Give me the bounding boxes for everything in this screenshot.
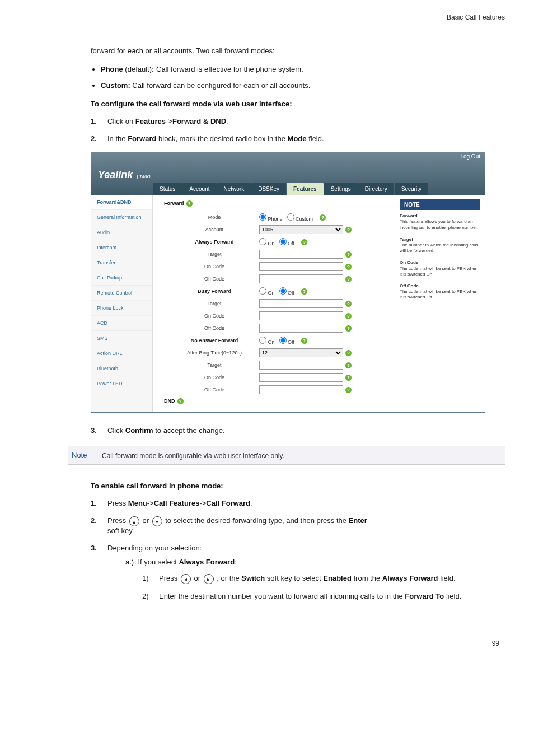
label-busy-forward: Busy Forward bbox=[170, 288, 259, 294]
label-offcode: Off Code bbox=[170, 276, 259, 282]
help-icon[interactable]: ? bbox=[301, 288, 307, 295]
label-always-forward: Always Forward bbox=[170, 239, 259, 245]
note-forward-t: This feature allows you to forward an in… bbox=[400, 219, 478, 230]
intro-bullet: Phone (default): Call forward is effecti… bbox=[101, 65, 499, 73]
mode-radio-phone[interactable]: Phone bbox=[259, 213, 283, 222]
bf-on[interactable]: On bbox=[259, 287, 275, 296]
configure-step-3: Click Confirm to accept the change. bbox=[91, 426, 499, 435]
help-icon[interactable]: ? bbox=[301, 239, 307, 245]
note-oncode-t: The code that will be sent to PBX when i… bbox=[400, 266, 477, 277]
form-area: Forward? Mode Phone Custom ? Account1005… bbox=[153, 195, 395, 412]
help-icon[interactable]: ? bbox=[345, 301, 352, 307]
tab-account[interactable]: Account bbox=[182, 183, 216, 195]
help-icon[interactable]: ? bbox=[177, 398, 184, 404]
help-icon[interactable]: ? bbox=[320, 214, 326, 221]
help-icon[interactable]: ? bbox=[345, 375, 352, 381]
intro-lead: forward for each or all accounts. Two ca… bbox=[91, 46, 499, 55]
configure-title: To configure the call forward mode via w… bbox=[91, 100, 499, 108]
nf-on[interactable]: On bbox=[259, 337, 275, 345]
tab-dsskey[interactable]: DSSKey bbox=[251, 183, 286, 195]
bf-oncode-input[interactable] bbox=[259, 311, 343, 320]
sidebar-item-transfer[interactable]: Transfer bbox=[91, 255, 152, 270]
after-ring-select[interactable]: 12 bbox=[259, 348, 343, 357]
enable-step-3a2: 2)Enter the destination number you want … bbox=[142, 592, 461, 600]
nf-offcode-input[interactable] bbox=[259, 385, 343, 394]
help-icon[interactable]: ? bbox=[301, 338, 307, 344]
nf-oncode-input[interactable] bbox=[259, 373, 343, 382]
help-icon[interactable]: ? bbox=[345, 276, 352, 282]
sidebar-item-bluetooth[interactable]: Bluetooth bbox=[91, 361, 152, 376]
mode-radio-custom[interactable]: Custom bbox=[287, 213, 313, 222]
help-icon[interactable]: ? bbox=[345, 264, 352, 270]
note-oncode-h: On Code bbox=[400, 260, 418, 265]
enable-step-3a: a.) If you select Always Forward: bbox=[125, 558, 461, 566]
sidebar-item-audio[interactable]: Audio bbox=[91, 225, 152, 240]
label-target: Target bbox=[170, 251, 259, 257]
sidebar-item-phonelock[interactable]: Phone Lock bbox=[91, 301, 152, 316]
intro-bullet: Custom: Call forward can be configured f… bbox=[101, 81, 499, 90]
note-forward-h: Forward bbox=[400, 213, 418, 218]
af-offcode-input[interactable] bbox=[259, 274, 343, 283]
af-oncode-input[interactable] bbox=[259, 262, 343, 271]
brand-logo: Yealink | T46G bbox=[98, 169, 151, 181]
note-callout-label: Note bbox=[68, 451, 102, 459]
sidebar-item-forward-dnd[interactable]: Forward&DND bbox=[91, 195, 152, 210]
group-forward: Forward? bbox=[164, 200, 393, 207]
note-callout: Note Call forward mode is configurable v… bbox=[68, 446, 505, 465]
tab-directory[interactable]: Directory bbox=[358, 183, 394, 195]
af-on[interactable]: On bbox=[259, 238, 275, 246]
note-offcode-t: The code that will be sent to PBX when i… bbox=[400, 289, 477, 300]
account-select[interactable]: 1005 bbox=[259, 225, 343, 234]
sidebar-item-remote[interactable]: Remote Control bbox=[91, 286, 152, 301]
group-dnd: DND? bbox=[164, 398, 393, 404]
sidebar-item-callpickup[interactable]: Call Pickup bbox=[91, 270, 152, 286]
enable-step-1: Press Menu->Call Features->Call Forward. bbox=[91, 499, 499, 507]
top-tabs: Status Account Network DSSKey Features S… bbox=[153, 183, 428, 195]
nf-target-input[interactable] bbox=[259, 361, 343, 370]
mode-radio-group: Phone Custom ? bbox=[259, 213, 354, 222]
enable-step-3: Depending on your selection: a.) If you … bbox=[91, 544, 499, 608]
tab-settings[interactable]: Settings bbox=[324, 183, 358, 195]
sidebar-item-sms[interactable]: SMS bbox=[91, 331, 152, 346]
configure-step-1: Click on Features->Forward & DND. bbox=[91, 117, 499, 125]
sidebar-item-acd[interactable]: ACD bbox=[91, 316, 152, 331]
nf-off[interactable]: Off bbox=[279, 337, 294, 345]
note-callout-body: Call forward mode is configurable via we… bbox=[102, 451, 499, 460]
bullet-rest: Call forward is effective for the phone … bbox=[154, 65, 303, 73]
note-target-h: Target bbox=[400, 237, 413, 242]
label-oncode: On Code bbox=[170, 264, 259, 269]
tab-features[interactable]: Features bbox=[287, 183, 324, 195]
label-account: Account bbox=[170, 227, 259, 232]
sidebar-item-intercom[interactable]: Intercom bbox=[91, 240, 152, 255]
help-icon[interactable]: ? bbox=[345, 350, 352, 356]
help-icon[interactable]: ? bbox=[345, 325, 352, 332]
af-off[interactable]: Off bbox=[279, 238, 294, 246]
note-panel: NOTE Forward This feature allows you to … bbox=[395, 195, 485, 412]
af-target-input[interactable] bbox=[259, 250, 343, 259]
note-offcode-h: Off Code bbox=[400, 283, 419, 288]
label-noanswer-forward: No Answer Forward bbox=[170, 338, 259, 343]
logout-link[interactable]: Log Out bbox=[460, 153, 480, 160]
bf-offcode-input[interactable] bbox=[259, 324, 343, 333]
tab-network[interactable]: Network bbox=[217, 183, 251, 195]
bf-off[interactable]: Off bbox=[279, 287, 294, 296]
configure-step-2: In the Forward block, mark the desired r… bbox=[91, 134, 499, 143]
sidebar-item-actionurl[interactable]: Action URL bbox=[91, 346, 152, 361]
sidebar-item-powerled[interactable]: Power LED bbox=[91, 376, 152, 391]
tab-status[interactable]: Status bbox=[153, 183, 182, 195]
label-mode: Mode bbox=[170, 214, 259, 220]
web-ui-screenshot: Log Out Yealink | T46G Status Account Ne… bbox=[91, 152, 485, 413]
enable-step-2: Press ▴ or ▾ to select the desired forwa… bbox=[91, 516, 499, 535]
help-icon[interactable]: ? bbox=[345, 227, 352, 233]
help-icon[interactable]: ? bbox=[345, 251, 352, 258]
sidebar-item-general[interactable]: General Information bbox=[91, 210, 152, 225]
bullet-rest: Call forward can be configured for each … bbox=[130, 81, 311, 90]
bullet-bold: Phone bbox=[101, 65, 123, 73]
help-icon[interactable]: ? bbox=[345, 387, 352, 393]
bf-target-input[interactable] bbox=[259, 299, 343, 308]
tab-security[interactable]: Security bbox=[395, 183, 428, 195]
help-icon[interactable]: ? bbox=[345, 313, 352, 319]
note-title: NOTE bbox=[400, 199, 480, 210]
help-icon[interactable]: ? bbox=[186, 200, 193, 207]
help-icon[interactable]: ? bbox=[345, 362, 352, 368]
